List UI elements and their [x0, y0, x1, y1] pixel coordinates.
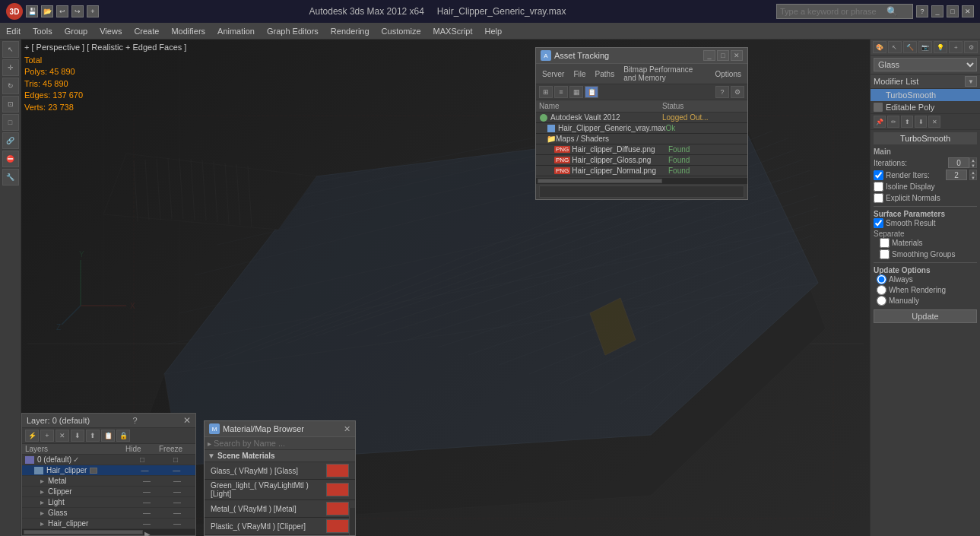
- material-item-glass[interactable]: Glass_( VRayMtl ) [Glass]: [205, 462, 355, 480]
- right-icon-cursor[interactable]: ↖: [888, 41, 902, 53]
- tool-rotate[interactable]: ↻: [2, 78, 19, 94]
- tool-move[interactable]: ✛: [2, 59, 19, 76]
- tool-select[interactable]: ↖: [2, 41, 19, 58]
- ts-iterations-up[interactable]: ▲: [969, 157, 977, 163]
- layer-freeze-clipper[interactable]: —: [162, 487, 192, 496]
- right-icon-systems[interactable]: ⚙: [964, 41, 978, 53]
- asset-scrollbar[interactable]: [538, 179, 662, 183]
- viewport[interactable]: X Y Z + [ Perspective ] [ Realistic + Ed…: [21, 40, 870, 536]
- layer-freeze-hairclip[interactable]: —: [160, 466, 192, 474]
- material-item-metal[interactable]: Metal_( VRayMtl ) [Metal]: [205, 500, 355, 518]
- layer-close-btn[interactable]: ✕: [183, 415, 191, 426]
- menu-customize[interactable]: Customize: [376, 25, 427, 37]
- menu-maxscript[interactable]: MAXScript: [427, 25, 479, 37]
- layer-row-default[interactable]: 0 (default) ✓ □ □: [22, 455, 195, 465]
- ts-isoline-checkbox[interactable]: [874, 182, 883, 192]
- layer-vis-glass[interactable]: —: [132, 509, 162, 517]
- ts-materials-checkbox[interactable]: [880, 238, 890, 248]
- layer-tb-lock[interactable]: 🔒: [116, 430, 130, 442]
- right-icon-light[interactable]: 💡: [934, 41, 947, 53]
- layer-vis-hairclip2[interactable]: —: [132, 519, 162, 528]
- tool-scale[interactable]: ⊡: [2, 96, 19, 113]
- asset-row-diffuse[interactable]: PNG Hair_clipper_Diffuse.png Found: [536, 144, 747, 155]
- radio-when-rendering[interactable]: [877, 285, 886, 295]
- ts-isoline-check[interactable]: Isoline Display: [874, 182, 977, 192]
- layer-help-icon[interactable]: ?: [133, 416, 138, 425]
- mod-tb-edit[interactable]: ✏: [887, 116, 899, 128]
- asset-grid-view-btn[interactable]: ⊞: [539, 86, 553, 98]
- menu-graph-editors[interactable]: Graph Editors: [261, 25, 325, 37]
- close-btn[interactable]: ✕: [962, 5, 974, 17]
- asset-menu-server[interactable]: Server: [538, 69, 569, 79]
- radio-manually[interactable]: [877, 296, 886, 306]
- layer-freeze-glass[interactable]: —: [162, 509, 192, 517]
- menu-help[interactable]: Help: [479, 25, 509, 37]
- modifier-list-dropdown[interactable]: ▼: [965, 76, 977, 87]
- ts-iterations-input[interactable]: [948, 157, 969, 168]
- tool-extra[interactable]: □: [2, 114, 19, 131]
- material-scrollbar[interactable]: [349, 508, 355, 535]
- right-icon-helpers[interactable]: +: [949, 41, 963, 53]
- asset-menu-paths[interactable]: Paths: [591, 69, 620, 79]
- maximize-btn[interactable]: □: [947, 5, 959, 17]
- asset-help-btn[interactable]: ?: [715, 86, 729, 98]
- layer-row-hairclip2[interactable]: ▸ Hair_clipper — —: [22, 519, 195, 529]
- layer-tb-add[interactable]: +: [40, 430, 54, 442]
- tb-undo[interactable]: ↩: [56, 5, 68, 17]
- minimize-btn[interactable]: _: [931, 5, 944, 17]
- search-input[interactable]: [780, 7, 886, 16]
- material-scene-section[interactable]: ▼ Scene Materials: [205, 450, 355, 462]
- ts-smoothing-groups-checkbox[interactable]: [880, 249, 890, 259]
- layer-vis-hairclip[interactable]: —: [129, 466, 161, 474]
- right-icon-paint[interactable]: 🎨: [873, 41, 886, 53]
- modifier-item-editablepoly[interactable]: Editable Poly: [871, 101, 980, 113]
- ts-iterations-spinner[interactable]: ▲ ▼: [948, 157, 977, 168]
- ts-render-iters-spinner[interactable]: ▲ ▼: [946, 170, 977, 180]
- asset-menu-bitmap[interactable]: Bitmap Performance and Memory: [619, 65, 710, 83]
- right-icon-hammer[interactable]: 🔨: [903, 41, 917, 53]
- material-search-input[interactable]: [214, 439, 352, 448]
- ts-render-iters-down[interactable]: ▼: [969, 175, 977, 180]
- layer-freeze-light[interactable]: —: [162, 498, 192, 506]
- tool-bind[interactable]: 🔧: [2, 169, 19, 186]
- asset-row-normal[interactable]: PNG Hair_clipper_Normal.png Found: [536, 166, 747, 176]
- tool-link[interactable]: 🔗: [2, 132, 19, 149]
- material-item-greenlight[interactable]: Green_light_( VRayLightMtl ) [Light]: [205, 480, 355, 500]
- menu-edit[interactable]: Edit: [0, 25, 27, 37]
- layer-tb-down[interactable]: ⬇: [71, 430, 84, 442]
- menu-views[interactable]: Views: [94, 25, 128, 37]
- layer-vis-clipper[interactable]: —: [132, 487, 162, 496]
- update-button[interactable]: Update: [874, 309, 977, 323]
- help-icon[interactable]: ?: [916, 5, 928, 17]
- ts-render-iters-up[interactable]: ▲: [969, 170, 977, 175]
- menu-tools[interactable]: Tools: [27, 25, 59, 37]
- layer-freeze-default[interactable]: □: [159, 455, 192, 464]
- asset-thumb-view-btn[interactable]: ▦: [569, 86, 583, 98]
- material-close-btn[interactable]: ✕: [344, 424, 350, 434]
- mod-tb-pin[interactable]: 📌: [874, 116, 886, 128]
- asset-row-vault[interactable]: Autodesk Vault 2012 Logged Out...: [536, 113, 747, 123]
- layer-row-hairclip[interactable]: Hair_clipper — —: [22, 465, 195, 476]
- asset-close-btn[interactable]: ✕: [731, 50, 743, 61]
- material-item-plastic[interactable]: Plastic_( VRayMtl ) [Clipper]: [205, 518, 355, 535]
- tool-unlink[interactable]: ⛔: [2, 151, 19, 167]
- layer-tb-up[interactable]: ⬆: [86, 430, 100, 442]
- ts-iterations-down[interactable]: ▼: [969, 163, 977, 168]
- mod-tb-move-up[interactable]: ⬆: [901, 116, 913, 128]
- layer-vis-metal[interactable]: —: [132, 477, 162, 485]
- material-search[interactable]: ▸: [205, 437, 355, 450]
- layer-vis-light[interactable]: —: [132, 498, 162, 506]
- ts-render-iters-check[interactable]: Render Iters: ▲ ▼: [874, 170, 977, 180]
- mod-tb-delete[interactable]: ✕: [928, 116, 940, 128]
- tb-redo[interactable]: ↪: [71, 5, 84, 17]
- asset-menu-file[interactable]: File: [569, 69, 590, 79]
- ts-materials-check[interactable]: Materials: [874, 238, 977, 248]
- right-icon-camera[interactable]: 📷: [918, 41, 932, 53]
- ts-render-iters-input[interactable]: [946, 170, 967, 180]
- ts-smooth-result-checkbox[interactable]: [874, 218, 883, 228]
- asset-minimize-btn[interactable]: _: [703, 50, 715, 61]
- menu-create[interactable]: Create: [128, 25, 165, 37]
- menu-animation[interactable]: Animation: [211, 25, 261, 37]
- asset-list-view-btn[interactable]: ≡: [554, 86, 568, 98]
- layer-freeze-metal[interactable]: —: [162, 477, 192, 485]
